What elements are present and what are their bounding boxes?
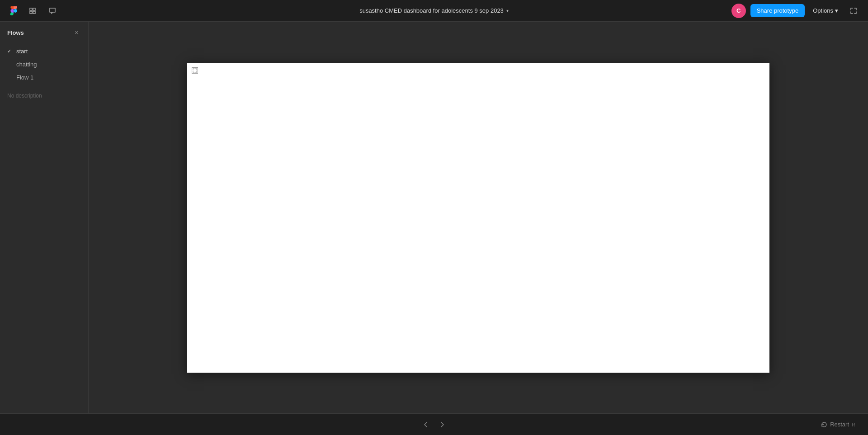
sidebar-close-button[interactable]: ×: [72, 28, 81, 37]
restart-label: Restart: [830, 421, 849, 428]
flow-item-start[interactable]: ✓ start: [0, 45, 88, 57]
sidebar-title: Flows: [7, 29, 24, 36]
prev-button[interactable]: [420, 418, 432, 431]
header: susastho CMED dashboard for adolescents …: [0, 0, 868, 22]
svg-rect-0: [30, 8, 32, 10]
bottom-right: Restart R: [817, 419, 859, 430]
avatar[interactable]: C: [731, 4, 746, 18]
nav-arrows: [420, 418, 448, 431]
flow-label-flow1: Flow 1: [16, 74, 33, 81]
bottom-bar: Restart R: [0, 413, 868, 435]
comments-icon-btn[interactable]: [45, 4, 60, 18]
sidebar-flows: ✓ start chatting Flow 1: [0, 43, 88, 85]
next-button[interactable]: [436, 418, 448, 431]
sidebar-header: Flows ×: [0, 22, 88, 43]
figma-logo[interactable]: [7, 5, 20, 17]
flow-label-start: start: [16, 48, 28, 55]
svg-rect-1: [33, 8, 35, 10]
header-left: [7, 4, 60, 18]
svg-rect-4: [192, 67, 198, 73]
svg-rect-2: [30, 11, 32, 14]
main-area: Flows × ✓ start chatting Flow 1 No descr…: [0, 22, 868, 413]
fullscreen-button[interactable]: [846, 4, 861, 18]
frame-expand-icon[interactable]: [191, 66, 199, 75]
flow-label-chatting: chatting: [16, 61, 37, 68]
header-right: C Share prototype Options ▾: [731, 4, 861, 18]
options-label: Options: [813, 7, 833, 14]
options-button[interactable]: Options ▾: [809, 5, 842, 16]
title-text: susastho CMED dashboard for adolescents …: [359, 7, 504, 14]
options-arrow: ▾: [835, 7, 838, 14]
sidebar: Flows × ✓ start chatting Flow 1 No descr…: [0, 22, 89, 413]
canvas-area: [89, 22, 868, 413]
title-dropdown-arrow: ▾: [506, 8, 509, 13]
restart-button[interactable]: Restart R: [817, 419, 859, 430]
header-title[interactable]: susastho CMED dashboard for adolescents …: [359, 7, 509, 14]
flow-item-chatting[interactable]: chatting: [0, 58, 88, 70]
no-description-text: No description: [0, 85, 88, 106]
pages-icon-btn[interactable]: [25, 4, 40, 18]
prototype-frame: [187, 63, 769, 373]
flow-item-flow1[interactable]: Flow 1: [0, 71, 88, 84]
share-prototype-button[interactable]: Share prototype: [750, 4, 805, 17]
svg-rect-3: [33, 11, 35, 14]
restart-shortcut: R: [852, 422, 855, 427]
flow-check-mark: ✓: [7, 48, 13, 54]
